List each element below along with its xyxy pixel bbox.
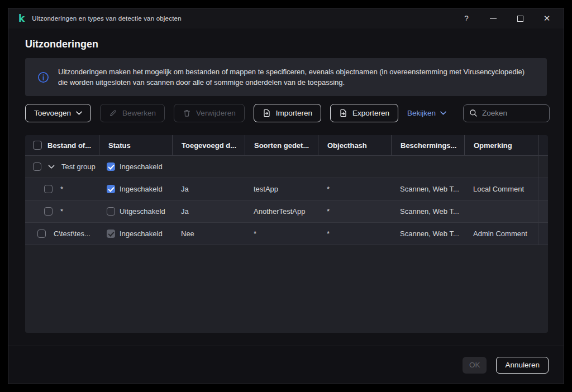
- maximize-button[interactable]: [514, 13, 526, 24]
- cell-empty: [318, 156, 391, 178]
- table-row[interactable]: * Uitgeschakeld Ja AnotherTestApp * Scan…: [25, 200, 548, 222]
- header-added[interactable]: Toegevoegd d...: [172, 135, 245, 155]
- maximize-icon: [517, 16, 523, 22]
- row-checkbox[interactable]: [44, 185, 53, 193]
- cell-types: *: [245, 223, 318, 245]
- table-row[interactable]: * Ingeschakeld Ja testApp * Scannen, Web…: [25, 178, 548, 200]
- cell-types: AnotherTestApp: [245, 200, 318, 222]
- status-label: Ingeschakeld: [120, 230, 163, 238]
- info-text: Uitzonderingen maken het mogelijk om bes…: [58, 66, 535, 88]
- app-window: k Uitzonderingen en types van detectie v…: [8, 8, 564, 384]
- export-button-label: Exporteren: [352, 109, 389, 117]
- header-objecthash[interactable]: Objecthash: [318, 135, 391, 155]
- group-row[interactable]: Test group Ingeschakeld: [25, 155, 548, 178]
- page-title: Uitzonderingen: [25, 39, 547, 50]
- cell-empty: [538, 156, 548, 178]
- status-checkbox[interactable]: [107, 207, 115, 216]
- header-comment[interactable]: Opmerking: [464, 135, 538, 155]
- header-added-label: Toegevoegd d...: [182, 141, 236, 150]
- import-icon: [263, 109, 271, 117]
- chevron-down-icon: [76, 111, 82, 115]
- cell-status: Ingeschakeld: [99, 223, 172, 245]
- row-checkbox[interactable]: [37, 230, 46, 238]
- cell-empty: [464, 156, 538, 178]
- hash-value: *: [327, 230, 330, 238]
- info-icon: [37, 71, 49, 83]
- file-value: *: [60, 185, 63, 193]
- toolbar: Toevoegen Bewerken Verwijderen: [25, 104, 547, 122]
- pencil-icon: [109, 109, 117, 117]
- cell-status: Uitgeschakeld: [99, 200, 172, 222]
- cell-added: Ja: [172, 178, 245, 200]
- cell-types: testApp: [245, 178, 318, 200]
- ok-button[interactable]: OK: [463, 357, 487, 374]
- header-file[interactable]: Bestand of...: [25, 135, 99, 155]
- hash-value: *: [327, 185, 330, 193]
- import-button[interactable]: Importeren: [254, 104, 321, 122]
- export-button[interactable]: Exporteren: [330, 104, 398, 122]
- cell-added: Nee: [172, 223, 245, 245]
- cell-comment: Local Comment: [464, 178, 538, 200]
- edit-button[interactable]: Bewerken: [100, 104, 165, 122]
- cell-empty: [538, 200, 548, 222]
- search-box: [463, 104, 550, 122]
- search-icon: [469, 109, 478, 117]
- header-protection-label: Beschermings...: [401, 141, 456, 150]
- header-protection[interactable]: Beschermings...: [391, 135, 464, 155]
- help-button[interactable]: ?: [461, 13, 472, 24]
- status-checkbox[interactable]: [107, 230, 115, 238]
- group-status-label: Ingeschakeld: [120, 162, 163, 171]
- cell-objecthash: *: [318, 223, 391, 245]
- cell-file: *: [25, 178, 99, 200]
- header-comment-label: Opmerking: [474, 141, 512, 150]
- cell-empty: [245, 156, 318, 178]
- header-types[interactable]: Soorten gedet...: [245, 135, 318, 155]
- table-empty-area: [25, 245, 548, 333]
- cell-objecthash: *: [318, 200, 391, 222]
- kaspersky-logo-icon: k: [18, 14, 25, 23]
- header-file-label: Bestand of...: [47, 141, 91, 150]
- chevron-down-icon: [440, 111, 446, 115]
- cell-protection: Scannen, Web T...: [391, 200, 464, 222]
- expand-chevron-icon[interactable]: [48, 165, 55, 169]
- cell-protection: Scannen, Web T...: [391, 223, 464, 245]
- cell-protection: Scannen, Web T...: [391, 178, 464, 200]
- search-input[interactable]: [482, 109, 544, 117]
- minimize-button[interactable]: [488, 13, 499, 24]
- dialog-footer: OK Annuleren: [8, 346, 564, 384]
- group-status-checkbox[interactable]: [107, 162, 115, 171]
- protection-value: Scannen, Web T...: [400, 207, 459, 216]
- select-all-checkbox[interactable]: [33, 141, 42, 150]
- table-header: Bestand of... Status Toegevoegd d... Soo…: [25, 135, 548, 155]
- minimize-icon: [490, 18, 497, 19]
- group-name: Test group: [61, 162, 96, 171]
- delete-button-label: Verwijderen: [196, 109, 236, 117]
- cell-file: C\test\tes...: [25, 223, 99, 245]
- group-row-checkbox[interactable]: [33, 162, 41, 171]
- file-value: C\test\tes...: [54, 230, 90, 238]
- close-button[interactable]: ✕: [541, 13, 552, 24]
- status-checkbox[interactable]: [107, 185, 115, 193]
- add-button[interactable]: Toevoegen: [25, 104, 91, 122]
- import-button-label: Importeren: [276, 109, 312, 117]
- hash-value: *: [327, 207, 330, 216]
- header-status-label: Status: [108, 141, 131, 150]
- info-banner: Uitzonderingen maken het mogelijk om bes…: [25, 58, 547, 96]
- header-types-label: Soorten gedet...: [254, 141, 309, 150]
- window-title: Uitzonderingen en types van detectie van…: [32, 15, 181, 22]
- cell-group-status: Ingeschakeld: [99, 156, 172, 178]
- types-value: AnotherTestApp: [254, 207, 306, 216]
- types-value: testApp: [254, 185, 278, 193]
- export-icon: [339, 109, 347, 117]
- file-value: *: [60, 207, 63, 216]
- header-status[interactable]: Status: [99, 135, 172, 155]
- cell-comment: [464, 200, 538, 222]
- table-row[interactable]: C\test\tes... Ingeschakeld Nee * * Scann…: [25, 222, 548, 245]
- cancel-button[interactable]: Annuleren: [496, 357, 549, 374]
- delete-button[interactable]: Verwijderen: [174, 104, 245, 122]
- view-dropdown[interactable]: Bekijken: [407, 109, 446, 117]
- cell-file: *: [25, 200, 99, 222]
- titlebar: k Uitzonderingen en types van detectie v…: [8, 8, 564, 28]
- comment-value: Admin Comment: [473, 230, 527, 238]
- row-checkbox[interactable]: [44, 207, 53, 216]
